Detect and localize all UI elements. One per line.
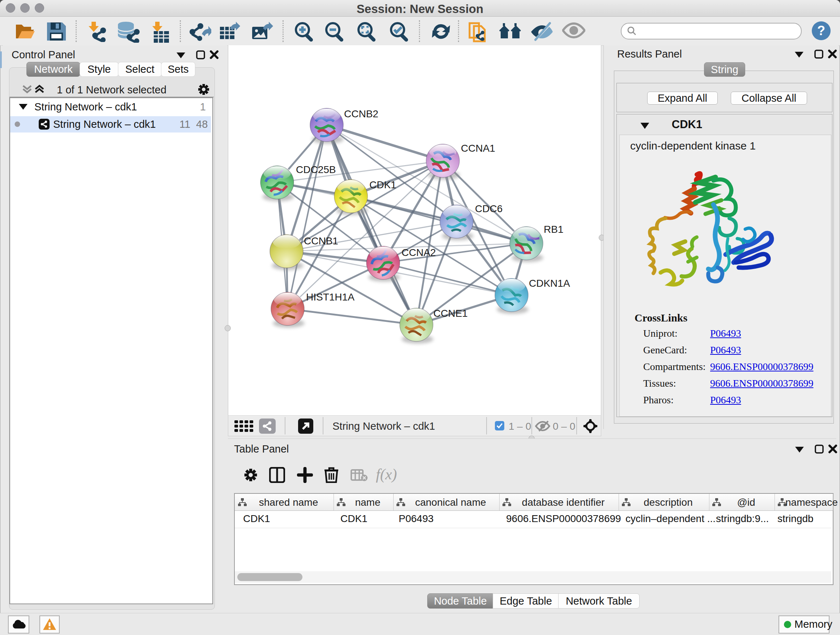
svg-text:CDKN1A: CDKN1A <box>529 278 570 289</box>
svg-text:CCNE1: CCNE1 <box>433 308 468 319</box>
svg-text:CCNA1: CCNA1 <box>461 143 495 154</box>
svg-text:CCNA2: CCNA2 <box>401 247 436 258</box>
svg-text:CDC6: CDC6 <box>475 203 502 214</box>
svg-text:CCNB2: CCNB2 <box>344 108 378 119</box>
svg-text:HIST1H1A: HIST1H1A <box>306 291 355 302</box>
svg-text:CDK1: CDK1 <box>369 179 396 190</box>
svg-text:RB1: RB1 <box>544 224 563 235</box>
svg-text:CCNB1: CCNB1 <box>304 235 338 247</box>
svg-text:CDC25B: CDC25B <box>296 164 336 175</box>
